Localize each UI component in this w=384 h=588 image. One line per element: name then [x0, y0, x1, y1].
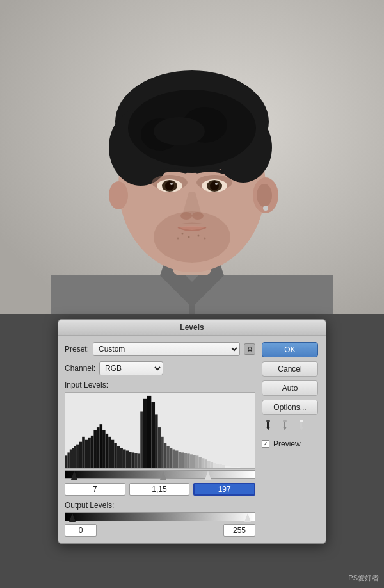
svg-point-30 [263, 206, 268, 211]
svg-point-29 [257, 184, 272, 207]
svg-rect-86 [204, 459, 207, 468]
svg-rect-78 [181, 452, 184, 468]
svg-rect-55 [111, 440, 115, 468]
output-white-value[interactable]: 255 [223, 524, 255, 537]
svg-point-36 [204, 238, 206, 240]
svg-rect-59 [123, 450, 126, 469]
svg-rect-65 [140, 412, 143, 469]
svg-marker-109 [300, 427, 303, 430]
svg-rect-43 [76, 445, 79, 468]
eyedropper-row [262, 419, 319, 432]
svg-rect-62 [132, 452, 135, 468]
svg-rect-96 [234, 467, 237, 468]
svg-rect-99 [244, 468, 248, 468]
input-levels-slider[interactable] [65, 470, 255, 479]
svg-rect-74 [170, 448, 173, 468]
channel-label: Channel: [65, 364, 95, 373]
svg-rect-68 [151, 402, 155, 468]
svg-rect-64 [138, 453, 141, 468]
svg-point-23 [210, 181, 219, 190]
svg-point-34 [198, 235, 200, 237]
svg-point-35 [177, 238, 179, 240]
input-mid-value[interactable]: 1,15 [129, 483, 190, 496]
svg-rect-79 [184, 453, 188, 468]
options-button[interactable]: Options... [262, 400, 318, 415]
svg-rect-53 [106, 434, 109, 468]
white-eyedropper-icon[interactable] [295, 419, 308, 432]
svg-rect-93 [225, 466, 228, 468]
dialog-titlebar: Levels [58, 320, 326, 336]
output-black-value[interactable]: 0 [65, 524, 97, 537]
svg-rect-61 [129, 452, 132, 468]
output-black-handle[interactable] [69, 513, 76, 522]
svg-rect-98 [240, 468, 244, 468]
svg-point-19 [165, 181, 174, 190]
histogram-container [65, 392, 255, 469]
output-levels-slider[interactable] [65, 512, 255, 521]
preset-row: Preset: Custom ⚙ [65, 342, 255, 356]
preview-label: Preview [273, 439, 301, 448]
svg-point-32 [182, 233, 184, 235]
channel-select[interactable]: RGB [99, 361, 163, 375]
svg-rect-94 [228, 466, 231, 468]
white-point-handle[interactable] [205, 471, 211, 480]
input-values-row: 7 1,15 197 [65, 483, 255, 496]
preset-select[interactable]: Custom [93, 342, 240, 356]
ok-button[interactable]: OK [262, 342, 318, 357]
svg-rect-101 [251, 468, 255, 468]
svg-rect-100 [248, 468, 252, 468]
svg-rect-47 [88, 438, 91, 468]
svg-rect-104 [266, 420, 270, 422]
output-white-handle[interactable] [244, 513, 251, 522]
svg-point-27 [154, 211, 230, 263]
gray-eyedropper-icon[interactable] [278, 419, 291, 432]
svg-point-33 [188, 236, 190, 238]
black-eyedropper-icon[interactable] [262, 419, 275, 432]
svg-rect-39 [67, 452, 69, 468]
input-black-value[interactable]: 7 [65, 483, 125, 496]
svg-rect-45 [82, 437, 85, 468]
input-white-value[interactable]: 197 [193, 483, 255, 496]
preview-row: ✓ Preview [262, 439, 319, 448]
output-levels-label: Output Levels: [65, 501, 255, 510]
svg-rect-40 [70, 450, 72, 469]
svg-rect-75 [172, 450, 175, 469]
svg-rect-72 [164, 443, 167, 468]
svg-point-14 [154, 117, 205, 145]
svg-rect-76 [175, 450, 179, 468]
channel-row: Channel: RGB [65, 361, 255, 375]
svg-rect-38 [65, 455, 67, 468]
svg-rect-52 [102, 430, 106, 468]
svg-rect-107 [283, 420, 287, 422]
gear-icon[interactable]: ⚙ [244, 343, 255, 355]
auto-button[interactable]: Auto [262, 380, 318, 396]
svg-rect-46 [85, 440, 88, 468]
svg-rect-71 [161, 437, 164, 468]
svg-rect-69 [155, 414, 158, 468]
svg-rect-77 [178, 452, 181, 468]
svg-rect-51 [100, 424, 103, 468]
svg-rect-56 [114, 443, 117, 468]
svg-rect-70 [158, 427, 161, 468]
svg-rect-92 [222, 465, 225, 468]
dialog-title: Levels [180, 323, 204, 332]
black-point-handle[interactable] [71, 471, 77, 480]
svg-rect-80 [187, 453, 190, 468]
svg-rect-83 [196, 455, 199, 468]
preview-checkbox[interactable]: ✓ [262, 440, 269, 448]
output-values-row: 0 255 [65, 524, 255, 537]
svg-rect-95 [230, 467, 234, 468]
svg-rect-81 [190, 454, 193, 468]
svg-rect-87 [207, 461, 211, 468]
input-levels-label: Input Levels: [65, 380, 255, 389]
svg-point-31 [109, 181, 128, 209]
svg-rect-5 [189, 288, 195, 314]
midpoint-handle[interactable] [160, 471, 166, 480]
svg-rect-73 [166, 446, 170, 468]
svg-rect-41 [72, 448, 74, 468]
svg-rect-48 [91, 436, 94, 468]
svg-rect-66 [143, 399, 147, 468]
cancel-button[interactable]: Cancel [262, 361, 318, 377]
svg-rect-54 [108, 437, 111, 468]
svg-rect-50 [97, 427, 100, 468]
